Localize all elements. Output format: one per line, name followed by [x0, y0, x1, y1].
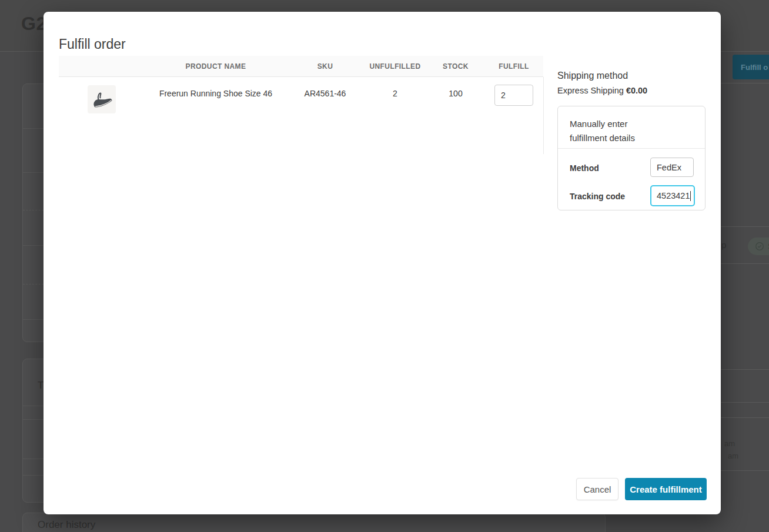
divider [23, 284, 44, 285]
divider [558, 148, 705, 149]
selected-shipping-method: Express Shipping €0.00 [557, 86, 706, 95]
column-header-stock: STOCK [427, 62, 484, 71]
order-history-heading: Order history [38, 519, 95, 531]
check-circle-icon [755, 242, 764, 251]
divider [23, 128, 44, 129]
tracking-code-value: 4523421 [657, 191, 690, 200]
shipping-method-price: €0.00 [626, 86, 647, 95]
divider [23, 419, 44, 420]
fulfill-items-table: PRODUCT NAME SKU UNFULFILLED STOCK FULFI… [59, 56, 543, 145]
column-header-product-name: PRODUCT NAME [145, 62, 287, 71]
column-header-sku: SKU [287, 62, 363, 71]
shipping-method-name: Express Shipping [557, 86, 624, 95]
tracking-code-input[interactable]: 4523421 [650, 185, 695, 206]
stock-quantity: 100 [427, 77, 484, 98]
method-label: Method [570, 163, 599, 173]
manual-fulfillment-card: Manually enter fulfillment details Metho… [557, 106, 706, 210]
order-history-card [22, 513, 606, 532]
manual-fulfillment-title: Manually enter fulfillment details [558, 106, 678, 145]
payment-card-heading-fragment: T [38, 380, 44, 392]
product-thumbnail [88, 85, 116, 113]
fulfill-order-dialog: Fulfill order PRODUCT NAME SKU UNFULFILL… [44, 12, 721, 514]
shipping-method-input[interactable] [650, 158, 694, 177]
cancel-button[interactable]: Cancel [576, 478, 618, 500]
create-fulfillment-button[interactable]: Create fulfillment [625, 478, 707, 500]
divider [23, 172, 44, 173]
text-caret [690, 191, 691, 201]
column-header-fulfill: FULFILL [484, 62, 543, 71]
tracking-code-label: Tracking code [570, 192, 625, 201]
table-right-divider [543, 77, 544, 154]
timestamp-fragment: am [724, 439, 735, 448]
table-row: Freerun Running Shoe Size 46 AR4561-46 2… [59, 77, 543, 145]
shipping-method-heading: Shipping method [557, 71, 706, 81]
divider [23, 245, 44, 246]
shipping-row-text-fragment: p [721, 240, 726, 250]
product-thumbnail-cell [59, 77, 145, 113]
divider [23, 319, 44, 320]
product-name: Freerun Running Shoe Size 46 [145, 77, 287, 98]
divider [23, 210, 44, 210]
divider [23, 459, 44, 459]
divider [23, 406, 44, 406]
fulfill-quantity-cell [484, 77, 543, 106]
table-header-row: PRODUCT NAME SKU UNFULFILLED STOCK FULFI… [59, 56, 543, 77]
fulfill-quantity-input[interactable] [494, 85, 533, 106]
sneaker-icon [89, 86, 115, 112]
timestamp-fragment: am [728, 451, 738, 460]
dialog-title: Fulfill order [59, 36, 126, 52]
fulfill-order-button-background: Fulfill o [733, 55, 769, 79]
unfulfilled-quantity: 2 [363, 77, 427, 98]
shipping-panel: Shipping method Express Shipping €0.00 M… [557, 71, 706, 210]
product-sku: AR4561-46 [287, 77, 363, 98]
divider [23, 475, 44, 476]
status-badge: Se [748, 237, 769, 255]
column-header-unfulfilled: UNFULFILLED [363, 62, 427, 71]
